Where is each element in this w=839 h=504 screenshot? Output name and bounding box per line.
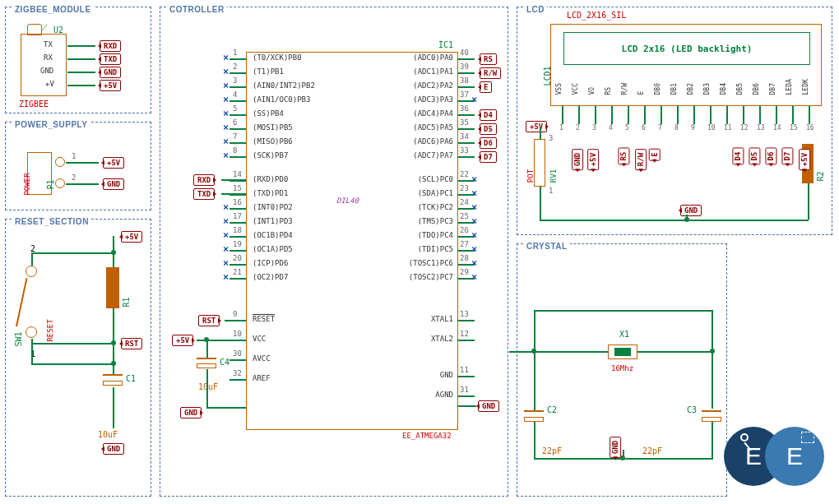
lcd-title: LCD xyxy=(524,5,547,14)
r1-val: 10k xyxy=(99,295,107,308)
lcd-n-d7: D7 xyxy=(781,148,793,165)
zigbee-name: ZIGBEE xyxy=(19,99,49,109)
zig-pin-gnd: GND xyxy=(40,67,53,75)
pwr-circle1 xyxy=(55,157,65,167)
lcd-gnd: GND xyxy=(680,205,702,216)
controller-section: COTROLLER IC1 DIL40 EE_ATMEGA32 ×1(T0/XC… xyxy=(160,7,508,497)
sw-bot xyxy=(25,326,37,338)
r2-ref: R2 xyxy=(816,171,825,181)
sw-top xyxy=(25,266,37,277)
net-gnd: GND xyxy=(100,67,121,78)
crystal-title: CRYSTAL xyxy=(524,242,570,251)
mcu-body xyxy=(246,52,458,430)
c3-val: 22pF xyxy=(642,446,662,455)
x1-val: 16Mhz xyxy=(611,364,633,372)
lcd-n-rs: RS xyxy=(618,148,629,165)
xtal-inner xyxy=(614,348,631,356)
lcd-n-vcc: +5V xyxy=(587,149,599,170)
power-name: POWER xyxy=(23,173,31,195)
sw-ref: SW1 xyxy=(14,331,23,346)
c4-val: 10uF xyxy=(198,382,218,391)
power-title: POWER_SUPPLY xyxy=(12,120,90,129)
r1-ref: R1 xyxy=(122,297,131,307)
lcd-ref: LCD1 xyxy=(543,66,552,86)
mcu-pkg: DIL40 xyxy=(336,197,359,205)
logo: E E xyxy=(724,422,823,488)
zig-pin-tx: TX xyxy=(44,40,53,49)
net-rxd: RXD xyxy=(100,40,121,52)
power-ref: P1 xyxy=(46,179,55,189)
mcu-c4-gnd: GND xyxy=(180,407,202,418)
zig-pin-v: +V xyxy=(45,80,54,88)
zigbee-title: ZIGBEE_MODULE xyxy=(12,5,94,14)
lcd-n-d4: D4 xyxy=(732,148,744,165)
net-5v: +5V xyxy=(100,80,121,91)
lcd-n-vss: GND xyxy=(572,149,583,170)
lcd-text: LCD 2x16 (LED backlight) xyxy=(622,44,753,54)
mcu-net-rst: RST xyxy=(198,315,220,326)
r2-val: 1k xyxy=(790,172,799,181)
power-section: POWER_SUPPLY POWER P1 1 2 +5V GND xyxy=(5,122,151,210)
lcd-n-rw: R/W xyxy=(635,149,647,170)
net-txd: TXD xyxy=(100,53,121,65)
zig-pin-rx: RX xyxy=(44,53,53,62)
reset-section: RESET_SECTION 2 SW1 RESET 1 +5V 10k R1 R… xyxy=(5,219,151,497)
lcd-n-e: E xyxy=(649,148,661,160)
zigbee-antline: ／ xyxy=(41,22,49,33)
pot-ref: RV1 xyxy=(549,169,558,183)
zigbee-antenna xyxy=(27,24,42,35)
sw-lever xyxy=(16,278,27,326)
c1-ref: C1 xyxy=(126,374,136,383)
c4-ref: C4 xyxy=(220,358,229,367)
r1-body xyxy=(106,267,119,308)
c3-ref: C3 xyxy=(687,405,697,414)
pwr-p2: 2 xyxy=(72,173,76,182)
crystal-section: CRYSTAL X1 16Mhz C2 22pF C3 22pF GND xyxy=(517,243,727,497)
mcu-net-agnd: GND xyxy=(478,400,499,412)
mcu-ref: IC1 xyxy=(438,40,453,49)
mcu-net-vcc: +5V xyxy=(172,335,193,346)
zigbee-ref: U2 xyxy=(53,25,63,35)
rst-net-gnd: GND xyxy=(103,443,124,455)
mcu-net-rxd: RXD xyxy=(193,174,215,186)
xtal-gnd: GND xyxy=(610,437,621,458)
mcu-title: COTROLLER xyxy=(167,5,227,14)
sw-name: RESET xyxy=(46,319,54,341)
pot-name: POT xyxy=(526,169,535,183)
c1-val: 10uF xyxy=(98,430,118,439)
lcd-screen: LCD 2x16 (LED backlight) xyxy=(563,32,810,65)
pwr-circle2 xyxy=(55,178,65,188)
x1-ref: X1 xyxy=(619,330,629,339)
lcd-n-d5: D5 xyxy=(749,148,760,165)
pwr-net-5v: +5V xyxy=(103,157,124,169)
lcd-section: LCD LCD_2X16_SIL LCD 2x16 (LED backlight… xyxy=(517,7,832,235)
reset-title: RESET_SECTION xyxy=(12,217,91,226)
pot-body xyxy=(534,139,545,187)
lcd-pot-5v: +5V xyxy=(526,121,547,132)
pwr-p1: 1 xyxy=(72,152,76,160)
c2-val: 22pF xyxy=(542,446,562,455)
mcu-type: EE_ATMEGA32 xyxy=(402,432,452,440)
pwr-net-gnd: GND xyxy=(103,178,124,190)
c2-ref: C2 xyxy=(547,405,557,414)
lcd-n-leda: +5V xyxy=(799,149,810,170)
lcd-type: LCD_2X16_SIL xyxy=(567,11,626,20)
rst-net-5v: +5V xyxy=(121,231,142,243)
zigbee-section: ZIGBEE_MODULE ／ U2 ZIGBEE TX RX GND +V R… xyxy=(5,7,151,113)
lcd-n-d6: D6 xyxy=(765,148,776,165)
rst-net-out: RST xyxy=(121,338,142,349)
mcu-net-txd: TXD xyxy=(193,188,215,200)
